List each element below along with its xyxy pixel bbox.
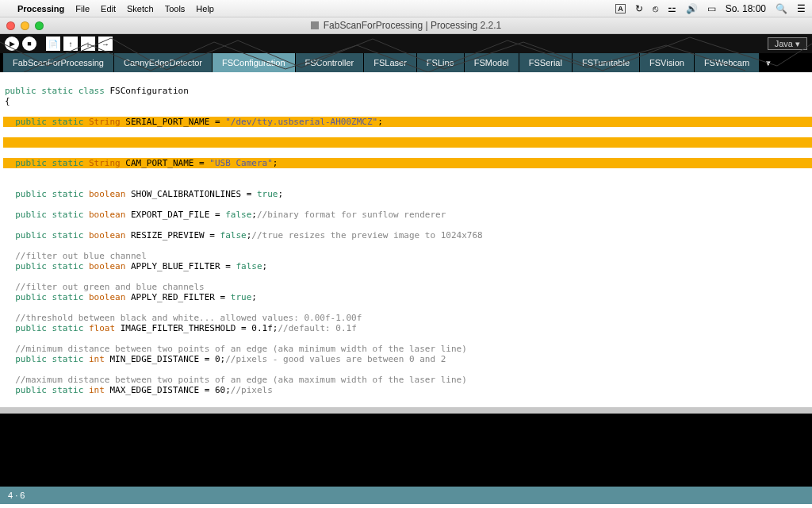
spotlight-icon[interactable]: 🔍 bbox=[776, 3, 787, 14]
tab-fsconfiguration[interactable]: FSConfiguration bbox=[213, 53, 296, 72]
export-button[interactable]: → bbox=[98, 37, 113, 51]
tab-fsvision[interactable]: FSVision bbox=[640, 53, 695, 72]
tab-fsline[interactable]: FSLine bbox=[417, 53, 465, 72]
window-titlebar: FabScanForProcessing | Processing 2.2.1 bbox=[0, 17, 812, 34]
app-menu[interactable]: Processing bbox=[17, 4, 64, 13]
toolbar: ▶ ■ 📄 ↑ ↓ → Java ▾ bbox=[0, 34, 812, 53]
new-button[interactable]: 📄 bbox=[46, 37, 60, 51]
menu-tools[interactable]: Tools bbox=[165, 4, 186, 13]
zoom-button[interactable] bbox=[35, 21, 44, 30]
minimize-button[interactable] bbox=[21, 21, 29, 30]
tab-fswebcam[interactable]: FSWebcam bbox=[695, 53, 760, 72]
sketch-icon bbox=[311, 21, 319, 29]
bluetooth-icon[interactable]: ⎋ bbox=[653, 3, 658, 14]
console[interactable] bbox=[0, 414, 812, 487]
stop-button[interactable]: ■ bbox=[22, 37, 36, 51]
tab-fsmodel[interactable]: FSModel bbox=[465, 53, 519, 72]
tab-fsturntable[interactable]: FSTurntable bbox=[573, 53, 640, 72]
console-divider[interactable] bbox=[0, 407, 812, 414]
mode-selector[interactable]: Java ▾ bbox=[768, 37, 807, 50]
sketch-tabs: FabScanForProcessing CannyEdgeDetector F… bbox=[0, 53, 812, 72]
battery-icon[interactable]: ▭ bbox=[707, 3, 716, 14]
close-button[interactable] bbox=[6, 21, 15, 30]
tab-cannyedgedetector[interactable]: CannyEdgeDetector bbox=[114, 53, 213, 72]
notifications-icon[interactable]: ☰ bbox=[797, 3, 806, 14]
menu-edit[interactable]: Edit bbox=[101, 4, 116, 13]
cursor-position: 4 · 6 bbox=[8, 491, 25, 500]
save-button[interactable]: ↓ bbox=[81, 37, 95, 51]
menu-file[interactable]: File bbox=[75, 4, 90, 13]
clock[interactable]: So. 18:00 bbox=[726, 3, 766, 14]
menubar-status: A ↻ ⎋ ⚍ 🔊 ▭ So. 18:00 🔍 ☰ bbox=[615, 3, 806, 14]
mac-menubar: Processing File Edit Sketch Tools Help A… bbox=[0, 0, 812, 17]
run-button[interactable]: ▶ bbox=[5, 37, 19, 51]
tab-fslaser[interactable]: FSLaser bbox=[364, 53, 417, 72]
window-title-text: FabScanForProcessing | Processing 2.2.1 bbox=[324, 20, 502, 31]
window-controls bbox=[6, 21, 44, 30]
wifi-icon[interactable]: ⚍ bbox=[668, 3, 676, 14]
menu-help[interactable]: Help bbox=[196, 4, 214, 13]
open-button[interactable]: ↑ bbox=[63, 37, 78, 51]
tab-fscontroller[interactable]: FSController bbox=[296, 53, 365, 72]
menu-sketch[interactable]: Sketch bbox=[127, 4, 154, 13]
sync-icon[interactable]: ↻ bbox=[635, 3, 643, 14]
tab-fsserial[interactable]: FSSerial bbox=[519, 53, 573, 72]
code-editor[interactable]: public static class FSConfiguration { pu… bbox=[0, 72, 812, 407]
volume-icon[interactable]: 🔊 bbox=[686, 3, 698, 14]
tab-dropdown-icon[interactable]: ▾ bbox=[760, 53, 777, 72]
adobe-icon[interactable]: A bbox=[615, 4, 626, 13]
tab-fabscanforprocessing[interactable]: FabScanForProcessing bbox=[3, 53, 114, 72]
status-bar: 4 · 6 bbox=[0, 487, 812, 504]
